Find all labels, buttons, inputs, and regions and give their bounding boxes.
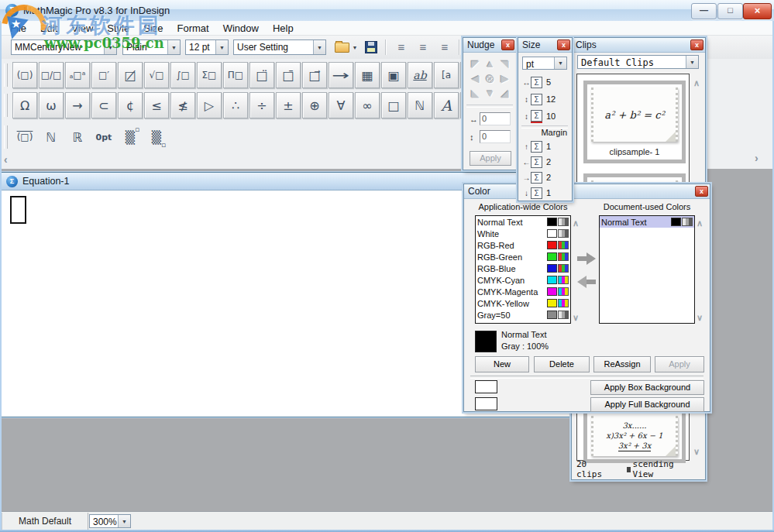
- symbol-subset[interactable]: ⊂: [91, 92, 116, 118]
- symbol-triangle-right[interactable]: ▷: [197, 92, 222, 118]
- chevron-down-icon[interactable]: ▼: [118, 515, 130, 527]
- open-file-button[interactable]: [333, 40, 350, 54]
- color-item-normal-text[interactable]: Normal Text: [476, 216, 570, 228]
- parentheses-template[interactable]: (□): [12, 62, 37, 88]
- margin-row[interactable]: ↑Σ1: [520, 139, 569, 154]
- toolbar-scroll-left[interactable]: ‹: [4, 153, 8, 166]
- chevron-down-icon[interactable]: ▼: [686, 56, 698, 68]
- margin-row[interactable]: →Σ2: [520, 170, 569, 185]
- horizontal-nudge-input[interactable]: 0: [480, 112, 511, 125]
- toolbar-gripper[interactable]: [4, 94, 8, 117]
- overbar-template[interactable]: □̄: [276, 62, 301, 88]
- subscript-slot[interactable]: ▒: [144, 124, 169, 150]
- clips-preset-select[interactable]: Default Clips ▼: [577, 55, 699, 69]
- color-item-normal-text[interactable]: Normal Text: [600, 216, 694, 228]
- superscript-slot[interactable]: ▒: [118, 124, 143, 150]
- color-dialog-title-bar[interactable]: Color x: [464, 184, 710, 199]
- align-left-icon[interactable]: ≡: [392, 39, 411, 55]
- apply-full-background-button[interactable]: Apply Full Background: [590, 397, 704, 412]
- matrix-template[interactable]: ▦: [355, 62, 380, 88]
- symbol-script-a[interactable]: A: [434, 92, 459, 118]
- doc-colors-list[interactable]: Normal Text: [599, 215, 695, 324]
- preset-select[interactable]: User Setting ▼: [233, 39, 326, 55]
- color-item-white[interactable]: White: [476, 228, 570, 239]
- color-item-cmyk-yellow[interactable]: CMYK-Yellow: [476, 297, 570, 309]
- apply-box-background-button[interactable]: Apply Box Background: [590, 380, 704, 395]
- size-row[interactable]: ↔Σ5: [520, 74, 569, 91]
- save-button[interactable]: [363, 40, 380, 54]
- chevron-down-icon[interactable]: ▼: [313, 40, 325, 54]
- equation-entry-slot[interactable]: [10, 196, 26, 224]
- symbol-divide[interactable]: ÷: [249, 92, 274, 118]
- product-template[interactable]: Π□: [223, 62, 248, 88]
- minimize-button[interactable]: —: [691, 3, 717, 19]
- clip-item[interactable]: a² + b² = c² clipsample- 1: [583, 81, 686, 163]
- app-colors-list[interactable]: Normal TextWhiteRGB-RedRGB-GreenRGB-Blue…: [475, 215, 571, 324]
- bracket-template[interactable]: [a: [434, 62, 459, 88]
- blackboard-n-toggle[interactable]: ℕ: [39, 124, 64, 150]
- scroll-down-icon[interactable]: ∨: [573, 313, 579, 323]
- radical-template[interactable]: √□: [144, 62, 169, 88]
- vertical-nudge-input[interactable]: 0: [480, 130, 511, 143]
- margin-row[interactable]: ↓Σ1: [520, 185, 569, 201]
- assign-left-arrow[interactable]: [577, 276, 596, 288]
- zoom-select[interactable]: 300% ▼: [89, 514, 131, 528]
- vector-template[interactable]: □⃗: [302, 62, 327, 88]
- nudge-down[interactable]: ▼: [483, 86, 497, 101]
- font-style-select[interactable]: Plain ▼: [122, 39, 181, 55]
- chevron-down-icon[interactable]: ▼: [104, 40, 116, 54]
- symbol-not-leq[interactable]: ≰: [170, 92, 195, 118]
- fraction-template[interactable]: □/□: [39, 62, 64, 88]
- font-size-select[interactable]: 12 pt ▼: [185, 39, 229, 55]
- color-item-rgb-green[interactable]: RGB-Green: [476, 251, 570, 263]
- symbol-infinity[interactable]: ∞: [355, 92, 380, 118]
- size-palette-title-bar[interactable]: Size x: [518, 38, 572, 53]
- symbol-leq[interactable]: ≤: [144, 92, 169, 118]
- menu-size[interactable]: Size: [136, 21, 170, 36]
- assign-right-arrow[interactable]: [577, 252, 596, 265]
- size-row[interactable]: ↕Σ10: [520, 108, 569, 125]
- delete-color-button[interactable]: Delete: [534, 356, 590, 372]
- box-background-swatch[interactable]: [475, 380, 497, 393]
- color-item-rgb-red[interactable]: RGB-Red: [476, 239, 570, 251]
- full-background-swatch[interactable]: [475, 397, 497, 410]
- blackboard-r-toggle[interactable]: ℝ: [65, 124, 90, 150]
- color-item-cmyk-cyan[interactable]: CMYK-Cyan: [476, 274, 570, 286]
- close-icon[interactable]: x: [695, 186, 708, 197]
- close-icon[interactable]: x: [557, 39, 570, 50]
- color-item-gray-50[interactable]: Gray=50: [476, 309, 570, 321]
- menu-view[interactable]: View: [64, 21, 100, 36]
- box-frame-template[interactable]: ▣: [381, 62, 406, 88]
- chevron-down-icon[interactable]: ▼: [167, 40, 180, 54]
- scroll-up-icon[interactable]: ∧: [697, 218, 703, 228]
- nudge-up-left[interactable]: ◤: [468, 57, 483, 71]
- margin-row[interactable]: ←Σ2: [520, 154, 569, 170]
- scroll-up-icon[interactable]: ∧: [693, 78, 700, 88]
- size-row[interactable]: ↕Σ12: [520, 91, 569, 108]
- limits-template[interactable]: □̈: [249, 62, 274, 88]
- menu-window[interactable]: Window: [216, 21, 266, 36]
- long-arrow-template[interactable]: →: [329, 62, 353, 88]
- paren-style-toggle[interactable]: (□): [12, 124, 37, 150]
- slash-template[interactable]: □̸: [118, 62, 143, 88]
- menu-format[interactable]: Format: [170, 21, 216, 36]
- chevron-down-icon[interactable]: ▼: [554, 57, 566, 69]
- symbol-omega-upper[interactable]: Ω: [12, 92, 37, 118]
- scroll-down-icon[interactable]: ∨: [693, 447, 700, 457]
- close-icon[interactable]: x: [501, 39, 514, 50]
- nudge-left[interactable]: ◀: [468, 71, 483, 86]
- symbol-arrow[interactable]: →: [65, 92, 90, 118]
- clip-item[interactable]: 3x...... x)3x² + 6x − 1 3x² + 3x: [583, 409, 686, 463]
- maximize-button[interactable]: □: [717, 3, 743, 19]
- symbol-square[interactable]: □: [381, 92, 406, 118]
- color-item-cmyk-magenta[interactable]: CMYK-Magenta: [476, 286, 570, 297]
- toolbar-gripper[interactable]: [4, 125, 8, 149]
- symbol-plus-minus[interactable]: ±: [276, 92, 301, 118]
- nudge-down-right[interactable]: ◢: [497, 86, 512, 101]
- font-family-select[interactable]: MMCenturyNew ▼: [11, 39, 117, 55]
- chevron-down-icon[interactable]: ▼: [215, 40, 228, 54]
- symbol-circled-plus[interactable]: ⊕: [302, 92, 327, 118]
- symbol-cent[interactable]: ¢: [118, 92, 143, 118]
- symbol-blackboard-n[interactable]: ℕ: [408, 92, 432, 118]
- sum-template[interactable]: Σ□: [197, 62, 222, 88]
